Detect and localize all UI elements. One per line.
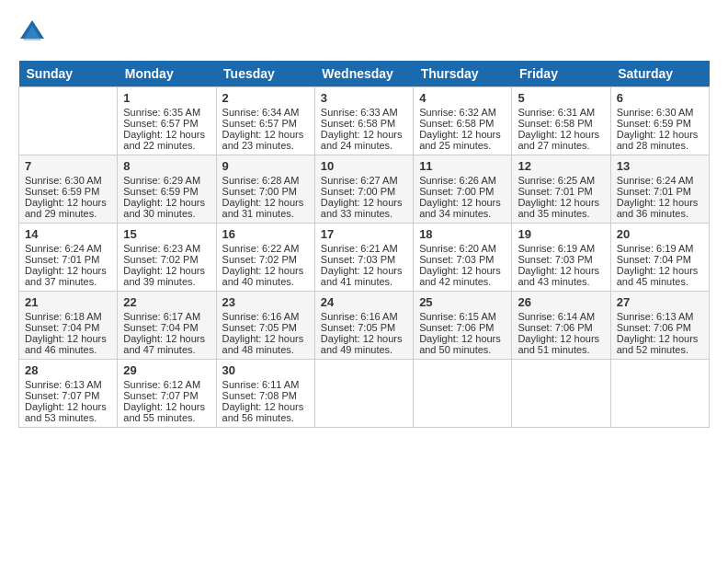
sunset-text: Sunset: 7:04 PM [25, 322, 99, 333]
day-number: 17 [321, 227, 407, 241]
header-cell-friday: Friday [512, 61, 610, 87]
daylight-text: Daylight: 12 hours and 29 minutes. [25, 197, 107, 219]
calendar-body: 1Sunrise: 6:35 AMSunset: 6:57 PMDaylight… [19, 87, 710, 428]
header-cell-sunday: Sunday [19, 61, 118, 87]
sunrise-text: Sunrise: 6:31 AM [518, 107, 595, 118]
daylight-text: Daylight: 12 hours and 28 minutes. [617, 129, 699, 151]
day-cell [314, 360, 413, 428]
sunset-text: Sunset: 6:58 PM [419, 118, 494, 129]
sunrise-text: Sunrise: 6:25 AM [518, 175, 595, 186]
daylight-text: Daylight: 12 hours and 35 minutes. [518, 197, 599, 219]
sunset-text: Sunset: 7:04 PM [123, 322, 198, 333]
day-number: 11 [419, 159, 506, 173]
sunset-text: Sunset: 7:06 PM [419, 322, 494, 333]
day-number: 2 [222, 91, 309, 105]
day-number: 28 [25, 363, 111, 377]
sunset-text: Sunset: 7:00 PM [419, 186, 494, 197]
sunrise-text: Sunrise: 6:35 AM [123, 107, 200, 118]
sunrise-text: Sunrise: 6:28 AM [222, 175, 300, 186]
daylight-text: Daylight: 12 hours and 34 minutes. [419, 197, 501, 219]
daylight-text: Daylight: 12 hours and 50 minutes. [419, 333, 501, 355]
sunset-text: Sunset: 7:00 PM [222, 186, 297, 197]
daylight-text: Daylight: 12 hours and 37 minutes. [25, 265, 107, 287]
sunrise-text: Sunrise: 6:16 AM [321, 311, 398, 322]
day-cell: 23Sunrise: 6:16 AMSunset: 7:05 PMDayligh… [216, 292, 314, 360]
sunset-text: Sunset: 7:08 PM [222, 390, 297, 401]
daylight-text: Daylight: 12 hours and 22 minutes. [123, 129, 205, 151]
day-number: 24 [321, 295, 407, 309]
day-number: 1 [123, 91, 210, 105]
daylight-text: Daylight: 12 hours and 39 minutes. [123, 265, 205, 287]
day-number: 26 [518, 295, 604, 309]
sunset-text: Sunset: 7:07 PM [123, 390, 198, 401]
day-cell: 14Sunrise: 6:24 AMSunset: 7:01 PMDayligh… [19, 224, 118, 292]
sunset-text: Sunset: 7:02 PM [222, 254, 297, 265]
day-cell: 29Sunrise: 6:12 AMSunset: 7:07 PMDayligh… [118, 360, 216, 428]
sunrise-text: Sunrise: 6:22 AM [222, 243, 300, 254]
day-number: 12 [518, 159, 604, 173]
daylight-text: Daylight: 12 hours and 53 minutes. [25, 401, 107, 423]
logo-icon [18, 18, 46, 46]
day-number: 3 [321, 91, 407, 105]
sunrise-text: Sunrise: 6:24 AM [617, 175, 694, 186]
header-cell-tuesday: Tuesday [216, 61, 314, 87]
day-number: 16 [222, 227, 309, 241]
day-cell: 12Sunrise: 6:25 AMSunset: 7:01 PMDayligh… [512, 155, 610, 224]
sunrise-text: Sunrise: 6:29 AM [123, 175, 200, 186]
sunrise-text: Sunrise: 6:18 AM [25, 311, 102, 322]
day-cell: 30Sunrise: 6:11 AMSunset: 7:08 PMDayligh… [216, 360, 314, 428]
day-cell: 24Sunrise: 6:16 AMSunset: 7:05 PMDayligh… [314, 292, 413, 360]
sunset-text: Sunset: 7:03 PM [518, 254, 592, 265]
day-cell: 17Sunrise: 6:21 AMSunset: 7:03 PMDayligh… [314, 224, 413, 292]
daylight-text: Daylight: 12 hours and 51 minutes. [518, 333, 599, 355]
daylight-text: Daylight: 12 hours and 47 minutes. [123, 333, 205, 355]
day-number: 9 [222, 159, 309, 173]
day-cell: 5Sunrise: 6:31 AMSunset: 6:58 PMDaylight… [512, 87, 610, 155]
sunset-text: Sunset: 7:00 PM [321, 186, 395, 197]
daylight-text: Daylight: 12 hours and 56 minutes. [222, 401, 304, 423]
sunrise-text: Sunrise: 6:24 AM [25, 243, 102, 254]
daylight-text: Daylight: 12 hours and 49 minutes. [321, 333, 403, 355]
sunset-text: Sunset: 6:59 PM [617, 118, 691, 129]
day-cell [610, 360, 709, 428]
sunrise-text: Sunrise: 6:26 AM [419, 175, 496, 186]
sunset-text: Sunset: 7:05 PM [321, 322, 395, 333]
sunrise-text: Sunrise: 6:13 AM [25, 379, 102, 390]
sunrise-text: Sunrise: 6:19 AM [617, 243, 694, 254]
daylight-text: Daylight: 12 hours and 41 minutes. [321, 265, 403, 287]
day-cell: 19Sunrise: 6:19 AMSunset: 7:03 PMDayligh… [512, 224, 610, 292]
day-number: 18 [419, 227, 506, 241]
sunset-text: Sunset: 7:01 PM [518, 186, 592, 197]
day-cell: 16Sunrise: 6:22 AMSunset: 7:02 PMDayligh… [216, 224, 314, 292]
day-cell: 25Sunrise: 6:15 AMSunset: 7:06 PMDayligh… [414, 292, 512, 360]
sunrise-text: Sunrise: 6:23 AM [123, 243, 200, 254]
sunrise-text: Sunrise: 6:27 AM [321, 175, 398, 186]
day-cell: 3Sunrise: 6:33 AMSunset: 6:58 PMDaylight… [314, 87, 413, 155]
sunrise-text: Sunrise: 6:30 AM [617, 107, 694, 118]
daylight-text: Daylight: 12 hours and 30 minutes. [123, 197, 205, 219]
day-number: 20 [617, 227, 703, 241]
day-cell: 11Sunrise: 6:26 AMSunset: 7:00 PMDayligh… [414, 155, 512, 224]
day-number: 6 [617, 91, 703, 105]
day-cell: 27Sunrise: 6:13 AMSunset: 7:06 PMDayligh… [610, 292, 709, 360]
day-cell: 2Sunrise: 6:34 AMSunset: 6:57 PMDaylight… [216, 87, 314, 155]
sunrise-text: Sunrise: 6:16 AM [222, 311, 300, 322]
sunset-text: Sunset: 6:59 PM [123, 186, 198, 197]
day-number: 25 [419, 295, 506, 309]
sunrise-text: Sunrise: 6:13 AM [617, 311, 694, 322]
day-cell: 1Sunrise: 6:35 AMSunset: 6:57 PMDaylight… [118, 87, 216, 155]
day-number: 8 [123, 159, 210, 173]
sunset-text: Sunset: 6:58 PM [321, 118, 395, 129]
day-cell [414, 360, 512, 428]
sunset-text: Sunset: 7:06 PM [518, 322, 592, 333]
sunrise-text: Sunrise: 6:30 AM [25, 175, 102, 186]
daylight-text: Daylight: 12 hours and 25 minutes. [419, 129, 501, 151]
daylight-text: Daylight: 12 hours and 31 minutes. [222, 197, 304, 219]
week-row-4: 21Sunrise: 6:18 AMSunset: 7:04 PMDayligh… [19, 292, 710, 360]
logo [18, 18, 50, 46]
daylight-text: Daylight: 12 hours and 40 minutes. [222, 265, 304, 287]
sunrise-text: Sunrise: 6:14 AM [518, 311, 595, 322]
sunrise-text: Sunrise: 6:33 AM [321, 107, 398, 118]
sunset-text: Sunset: 7:03 PM [321, 254, 395, 265]
sunset-text: Sunset: 6:59 PM [25, 186, 99, 197]
